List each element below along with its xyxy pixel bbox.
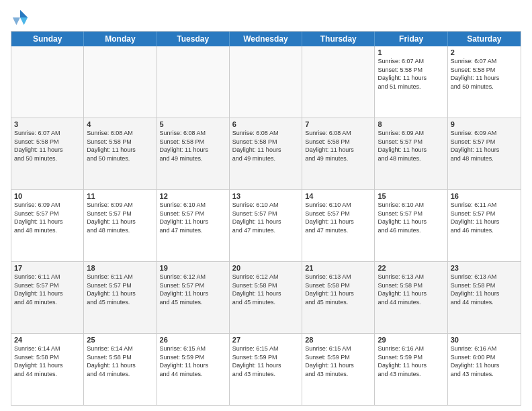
day-info: Sunrise: 6:10 AM Sunset: 5:57 PM Dayligh… <box>378 201 444 234</box>
calendar-cell <box>302 46 375 118</box>
day-number: 13 <box>232 192 299 200</box>
day-number: 1 <box>378 48 444 56</box>
day-number: 7 <box>305 120 371 128</box>
day-number: 23 <box>451 264 518 272</box>
calendar-cell: 16Sunrise: 6:11 AM Sunset: 5:57 PM Dayli… <box>448 190 521 261</box>
day-info: Sunrise: 6:08 AM Sunset: 5:58 PM Dayligh… <box>232 129 299 163</box>
day-number: 25 <box>87 336 153 344</box>
day-info: Sunrise: 6:07 AM Sunset: 5:58 PM Dayligh… <box>451 57 518 91</box>
calendar-cell: 3Sunrise: 6:07 AM Sunset: 5:58 PM Daylig… <box>11 118 84 189</box>
day-number: 4 <box>87 120 153 128</box>
day-info: Sunrise: 6:09 AM Sunset: 5:57 PM Dayligh… <box>451 129 518 163</box>
svg-marker-0 <box>20 10 28 17</box>
calendar-row: 24Sunrise: 6:14 AM Sunset: 5:58 PM Dayli… <box>11 333 521 405</box>
day-info: Sunrise: 6:16 AM Sunset: 5:59 PM Dayligh… <box>378 345 444 378</box>
day-number: 20 <box>232 264 299 272</box>
calendar: SundayMondayTuesdayWednesdayThursdayFrid… <box>11 31 521 406</box>
calendar-cell: 1Sunrise: 6:07 AM Sunset: 5:58 PM Daylig… <box>375 46 447 118</box>
calendar-cell: 29Sunrise: 6:16 AM Sunset: 5:59 PM Dayli… <box>375 334 447 405</box>
calendar-cell: 17Sunrise: 6:11 AM Sunset: 5:57 PM Dayli… <box>11 262 84 333</box>
calendar-cell <box>230 46 302 118</box>
day-info: Sunrise: 6:15 AM Sunset: 5:59 PM Dayligh… <box>232 345 299 378</box>
day-info: Sunrise: 6:16 AM Sunset: 6:00 PM Dayligh… <box>451 345 518 378</box>
calendar-cell: 20Sunrise: 6:12 AM Sunset: 5:58 PM Dayli… <box>230 262 302 333</box>
calendar-cell <box>11 46 84 118</box>
day-number: 21 <box>305 264 371 272</box>
day-info: Sunrise: 6:10 AM Sunset: 5:57 PM Dayligh… <box>305 201 371 234</box>
day-number: 11 <box>87 192 153 200</box>
calendar-cell: 15Sunrise: 6:10 AM Sunset: 5:57 PM Dayli… <box>375 190 447 261</box>
day-info: Sunrise: 6:14 AM Sunset: 5:58 PM Dayligh… <box>14 345 81 378</box>
day-number: 6 <box>232 120 299 128</box>
day-info: Sunrise: 6:08 AM Sunset: 5:58 PM Dayligh… <box>160 129 226 163</box>
day-info: Sunrise: 6:13 AM Sunset: 5:58 PM Dayligh… <box>305 273 371 306</box>
page: SundayMondayTuesdayWednesdayThursdayFrid… <box>0 0 532 411</box>
weekday-header: Sunday <box>11 32 84 46</box>
calendar-cell: 8Sunrise: 6:09 AM Sunset: 5:57 PM Daylig… <box>375 118 447 189</box>
calendar-cell <box>157 46 230 118</box>
calendar-body: 1Sunrise: 6:07 AM Sunset: 5:58 PM Daylig… <box>11 46 521 405</box>
calendar-cell: 4Sunrise: 6:08 AM Sunset: 5:58 PM Daylig… <box>84 118 157 189</box>
svg-marker-1 <box>20 17 28 25</box>
day-info: Sunrise: 6:13 AM Sunset: 5:58 PM Dayligh… <box>451 273 518 306</box>
calendar-cell: 12Sunrise: 6:10 AM Sunset: 5:57 PM Dayli… <box>157 190 230 261</box>
calendar-cell: 2Sunrise: 6:07 AM Sunset: 5:58 PM Daylig… <box>448 46 521 118</box>
calendar-cell: 23Sunrise: 6:13 AM Sunset: 5:58 PM Dayli… <box>448 262 521 333</box>
day-number: 9 <box>451 120 518 128</box>
day-number: 30 <box>451 336 518 344</box>
calendar-cell: 6Sunrise: 6:08 AM Sunset: 5:58 PM Daylig… <box>230 118 302 189</box>
weekday-header: Saturday <box>448 32 521 46</box>
day-number: 12 <box>160 192 226 200</box>
day-number: 18 <box>87 264 153 272</box>
day-number: 5 <box>160 120 226 128</box>
day-number: 2 <box>451 48 518 56</box>
calendar-row: 1Sunrise: 6:07 AM Sunset: 5:58 PM Daylig… <box>11 46 521 118</box>
calendar-cell: 27Sunrise: 6:15 AM Sunset: 5:59 PM Dayli… <box>230 334 302 405</box>
day-info: Sunrise: 6:10 AM Sunset: 5:57 PM Dayligh… <box>160 201 226 234</box>
day-info: Sunrise: 6:11 AM Sunset: 5:57 PM Dayligh… <box>451 201 518 234</box>
weekday-header: Thursday <box>302 32 375 46</box>
day-info: Sunrise: 6:07 AM Sunset: 5:58 PM Dayligh… <box>14 129 81 163</box>
day-number: 22 <box>378 264 444 272</box>
day-number: 3 <box>14 120 81 128</box>
calendar-cell: 24Sunrise: 6:14 AM Sunset: 5:58 PM Dayli… <box>11 334 84 405</box>
weekday-header: Monday <box>84 32 157 46</box>
day-info: Sunrise: 6:09 AM Sunset: 5:57 PM Dayligh… <box>14 201 81 234</box>
day-number: 29 <box>378 336 444 344</box>
day-info: Sunrise: 6:07 AM Sunset: 5:58 PM Dayligh… <box>378 57 444 91</box>
calendar-cell: 13Sunrise: 6:10 AM Sunset: 5:57 PM Dayli… <box>230 190 302 261</box>
day-info: Sunrise: 6:10 AM Sunset: 5:57 PM Dayligh… <box>232 201 299 234</box>
weekday-header: Wednesday <box>230 32 302 46</box>
day-info: Sunrise: 6:11 AM Sunset: 5:57 PM Dayligh… <box>87 273 153 306</box>
day-info: Sunrise: 6:13 AM Sunset: 5:58 PM Dayligh… <box>378 273 444 306</box>
day-number: 17 <box>14 264 81 272</box>
logo <box>11 8 32 27</box>
calendar-header: SundayMondayTuesdayWednesdayThursdayFrid… <box>11 32 521 46</box>
calendar-cell: 10Sunrise: 6:09 AM Sunset: 5:57 PM Dayli… <box>11 190 84 261</box>
day-info: Sunrise: 6:08 AM Sunset: 5:58 PM Dayligh… <box>87 129 153 163</box>
day-number: 14 <box>305 192 371 200</box>
day-number: 26 <box>160 336 226 344</box>
day-number: 8 <box>378 120 444 128</box>
calendar-cell <box>84 46 157 118</box>
day-number: 27 <box>232 336 299 344</box>
day-number: 10 <box>14 192 81 200</box>
day-info: Sunrise: 6:11 AM Sunset: 5:57 PM Dayligh… <box>14 273 81 306</box>
calendar-cell: 11Sunrise: 6:09 AM Sunset: 5:57 PM Dayli… <box>84 190 157 261</box>
calendar-cell: 7Sunrise: 6:08 AM Sunset: 5:58 PM Daylig… <box>302 118 375 189</box>
calendar-cell: 22Sunrise: 6:13 AM Sunset: 5:58 PM Dayli… <box>375 262 447 333</box>
weekday-header: Friday <box>375 32 447 46</box>
weekday-header: Tuesday <box>157 32 230 46</box>
day-info: Sunrise: 6:12 AM Sunset: 5:58 PM Dayligh… <box>232 273 299 306</box>
header <box>11 8 521 27</box>
day-info: Sunrise: 6:14 AM Sunset: 5:58 PM Dayligh… <box>87 345 153 378</box>
calendar-row: 17Sunrise: 6:11 AM Sunset: 5:57 PM Dayli… <box>11 261 521 333</box>
calendar-cell: 18Sunrise: 6:11 AM Sunset: 5:57 PM Dayli… <box>84 262 157 333</box>
calendar-cell: 30Sunrise: 6:16 AM Sunset: 6:00 PM Dayli… <box>448 334 521 405</box>
day-info: Sunrise: 6:12 AM Sunset: 5:57 PM Dayligh… <box>160 273 226 306</box>
day-info: Sunrise: 6:08 AM Sunset: 5:58 PM Dayligh… <box>305 129 371 163</box>
day-number: 15 <box>378 192 444 200</box>
calendar-cell: 25Sunrise: 6:14 AM Sunset: 5:58 PM Dayli… <box>84 334 157 405</box>
svg-marker-2 <box>13 17 20 25</box>
day-number: 19 <box>160 264 226 272</box>
